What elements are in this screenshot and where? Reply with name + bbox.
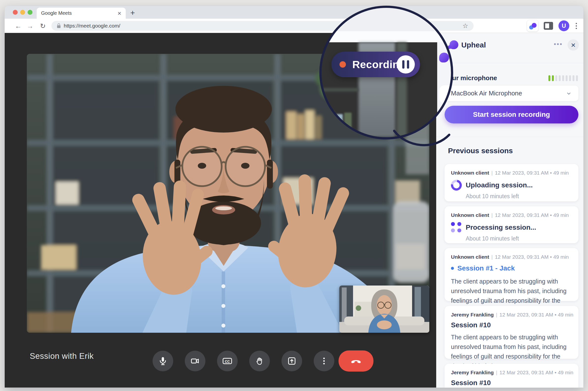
start-recording-button[interactable]: Start session recording bbox=[445, 106, 579, 123]
reload-button[interactable]: ↻ bbox=[38, 21, 47, 31]
session-datetime: 12 Mar 2023, 09:31 AM • 49 min bbox=[495, 254, 569, 260]
self-view-video[interactable] bbox=[339, 286, 429, 333]
divider bbox=[436, 63, 584, 63]
side-panel-icon[interactable] bbox=[544, 22, 553, 30]
end-call-button[interactable] bbox=[339, 350, 373, 372]
session-meta: Unknown client | 12 Mar 2023, 09:31 AM •… bbox=[451, 212, 572, 218]
session-meta: Unknown client | 12 Mar 2023, 09:31 AM •… bbox=[451, 254, 572, 260]
raise-hand-icon bbox=[255, 356, 264, 366]
meta-separator: | bbox=[491, 170, 492, 176]
session-status-note: About 10 minutes left bbox=[466, 235, 572, 242]
lock-icon bbox=[57, 23, 61, 28]
raise-hand-button[interactable] bbox=[249, 351, 270, 371]
upheal-extension-icon[interactable] bbox=[527, 20, 538, 31]
minimize-window-button[interactable] bbox=[20, 10, 25, 15]
magnified-upheal-logo-icon bbox=[439, 53, 449, 62]
session-card-10b[interactable]: Jeremy Frankling | 12 Mar 2023, 09:31 AM… bbox=[445, 364, 579, 388]
captions-button[interactable]: CC bbox=[217, 351, 238, 371]
processing-dots-icon bbox=[451, 222, 462, 233]
therapist-video-illustration bbox=[339, 286, 429, 333]
client-name: Unknown client bbox=[451, 170, 489, 176]
microphone-select[interactable]: MacBook Air Microphone bbox=[445, 86, 579, 101]
client-name: Jeremy Frankling bbox=[451, 312, 494, 318]
session-card-uploading[interactable]: Unknown client | 12 Mar 2023, 09:31 AM •… bbox=[445, 164, 579, 201]
meta-separator: | bbox=[496, 312, 497, 318]
microphone-device-value: MacBook Air Microphone bbox=[451, 90, 566, 97]
session-status-title: Processing session... bbox=[466, 223, 536, 231]
browser-toolbar: ← → ↻ https://meet.google.com/ ☆ U bbox=[5, 19, 583, 33]
microphone-icon bbox=[158, 356, 168, 366]
end-call-icon bbox=[350, 355, 362, 367]
meta-separator: | bbox=[491, 212, 492, 218]
client-name: Unknown client bbox=[451, 254, 489, 260]
session-meta: Unknown client | 12 Mar 2023, 09:31 AM •… bbox=[451, 170, 572, 176]
session-bullet-icon bbox=[451, 267, 454, 270]
forward-button[interactable]: → bbox=[25, 21, 35, 31]
screenshot-background: Google Meets × + ← → ↻ https://meet.goog… bbox=[0, 0, 588, 391]
browser-window: Google Meets × + ← → ↻ https://meet.goog… bbox=[4, 6, 584, 388]
upheal-logo-icon bbox=[450, 40, 458, 49]
session-datetime: 12 Mar 2023, 09:31 AM • 49 min bbox=[499, 370, 573, 376]
tab-title: Google Meets bbox=[41, 10, 118, 16]
window-controls[interactable] bbox=[13, 10, 32, 15]
session-card-jack[interactable]: Unknown client | 12 Mar 2023, 09:31 AM •… bbox=[445, 248, 579, 301]
upheal-sidebar: Upheal ••• × Your microphone MacBook Air… bbox=[436, 33, 584, 388]
session-meta: Jeremy Frankling | 12 Mar 2023, 09:31 AM… bbox=[451, 370, 572, 376]
close-window-button[interactable] bbox=[13, 10, 18, 15]
sidebar-header: Upheal ••• × bbox=[436, 33, 584, 58]
microphone-button[interactable] bbox=[152, 351, 173, 371]
captions-icon: CC bbox=[222, 356, 233, 366]
more-options-button[interactable] bbox=[314, 351, 334, 371]
session-status-note: About 10 minutes left bbox=[466, 193, 572, 200]
present-icon bbox=[287, 356, 297, 366]
recording-dot-icon bbox=[340, 61, 346, 68]
sidebar-menu-icon[interactable]: ••• bbox=[554, 40, 563, 48]
session-card-processing[interactable]: Unknown client | 12 Mar 2023, 09:31 AM •… bbox=[445, 206, 579, 243]
profile-avatar[interactable]: U bbox=[559, 20, 569, 31]
cc-label: CC bbox=[225, 360, 230, 364]
meta-separator: | bbox=[496, 370, 497, 376]
sidebar-close-button[interactable]: × bbox=[568, 39, 579, 51]
previous-sessions-title: Previous sessions bbox=[448, 147, 513, 155]
browser-tab[interactable]: Google Meets × bbox=[37, 8, 126, 19]
back-button[interactable]: ← bbox=[13, 21, 23, 31]
pause-recording-button[interactable] bbox=[397, 55, 415, 74]
page-content: Session with Erik bbox=[5, 33, 583, 388]
client-name: Unknown client bbox=[451, 212, 489, 218]
session-title: Session #10 bbox=[451, 379, 491, 387]
call-controls: CC bbox=[5, 351, 436, 371]
browser-tab-bar: Google Meets × + bbox=[5, 6, 583, 19]
camera-button[interactable] bbox=[185, 351, 205, 371]
zoom-window-button[interactable] bbox=[27, 10, 32, 15]
uploading-spinner-icon bbox=[449, 178, 464, 193]
recording-pill: Recording bbox=[331, 52, 420, 77]
browser-menu-icon[interactable] bbox=[575, 22, 578, 30]
extension-blob-purple bbox=[532, 23, 537, 28]
tab-close-icon[interactable]: × bbox=[118, 10, 121, 16]
toolbar-right: U bbox=[527, 20, 578, 31]
divider bbox=[436, 137, 584, 137]
camera-icon bbox=[190, 356, 200, 366]
session-meta: Jeremy Frankling | 12 Mar 2023, 09:31 AM… bbox=[451, 312, 572, 318]
meta-separator: | bbox=[491, 254, 492, 260]
sidebar-brand: Upheal bbox=[461, 41, 486, 49]
more-options-icon bbox=[319, 356, 329, 366]
session-status-title: Uploading session... bbox=[466, 181, 533, 189]
session-link[interactable]: Session #1 - Jack bbox=[457, 264, 515, 272]
session-datetime: 12 Mar 2023, 09:31 AM • 49 min bbox=[495, 170, 569, 176]
present-button[interactable] bbox=[281, 351, 302, 371]
chevron-down-icon bbox=[566, 90, 572, 97]
bookmark-star-icon[interactable]: ☆ bbox=[463, 22, 468, 30]
session-datetime: 12 Mar 2023, 09:31 AM • 49 min bbox=[495, 212, 569, 218]
session-datetime: 12 Mar 2023, 09:31 AM • 49 min bbox=[499, 312, 573, 318]
magnified-shelf-line bbox=[322, 88, 358, 92]
session-title: Session #10 bbox=[451, 321, 491, 329]
magnifier-callout: u Recording bbox=[319, 6, 453, 139]
magnified-chrome-edge bbox=[322, 31, 451, 42]
client-name: Jeremy Frankling bbox=[451, 370, 494, 376]
new-tab-button[interactable]: + bbox=[127, 8, 138, 18]
session-card-10[interactable]: Jeremy Frankling | 12 Mar 2023, 09:31 AM… bbox=[445, 306, 579, 359]
mic-level-meter bbox=[548, 75, 578, 81]
